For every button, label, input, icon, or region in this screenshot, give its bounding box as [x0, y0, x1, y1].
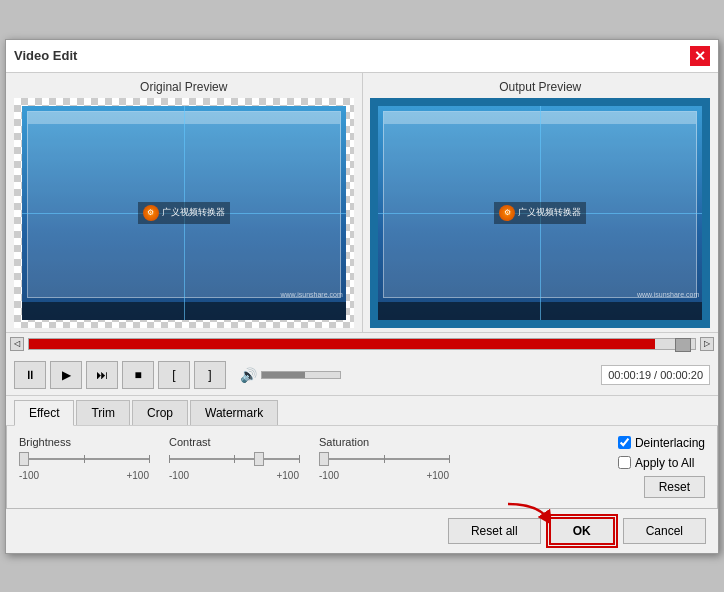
brightness-thumb[interactable]: [19, 452, 29, 466]
contrast-values: -100 +100: [169, 470, 299, 481]
mark-in-button[interactable]: [: [158, 361, 190, 389]
tabs-section: Effect Trim Crop Watermark: [6, 396, 718, 426]
original-video-inner: ⚙ 广义视频转换器 www.isunshare.com: [22, 106, 346, 320]
tab-effect[interactable]: Effect: [14, 400, 74, 426]
window-title: Video Edit: [14, 48, 77, 63]
contrast-tick-right: [299, 455, 300, 463]
contrast-slider[interactable]: [169, 451, 299, 467]
right-controls: Deinterlacing Apply to All Reset: [618, 436, 705, 498]
mark-out-icon: ]: [208, 368, 211, 382]
original-logo-icon: ⚙: [143, 205, 159, 221]
brightness-values: -100 +100: [19, 470, 149, 481]
apply-to-all-label: Apply to All: [635, 456, 694, 470]
brightness-tick-center: [84, 455, 85, 463]
saturation-slider[interactable]: [319, 451, 449, 467]
brightness-max: +100: [126, 470, 149, 481]
apply-to-all-checkbox[interactable]: [618, 456, 631, 469]
volume-section: 🔊: [240, 367, 341, 383]
contrast-tick-center: [234, 455, 235, 463]
contrast-min: -100: [169, 470, 189, 481]
original-watermark: www.isunshare.com: [281, 291, 343, 298]
title-bar: Video Edit ✕: [6, 40, 718, 73]
output-logo-icon: ⚙: [499, 205, 515, 221]
ok-button-container: OK: [549, 517, 615, 545]
controls-section: ⏸ ▶ ⏭ ■ [ ] 🔊 00:00:19 / 00:00:20: [6, 355, 718, 396]
contrast-tick-left: [169, 455, 170, 463]
original-video-frame: ⚙ 广义视频转换器 www.isunshare.com: [14, 98, 354, 328]
original-preview-label: Original Preview: [140, 77, 227, 98]
output-overlay-text: 广义视频转换器: [518, 206, 581, 219]
contrast-max: +100: [276, 470, 299, 481]
play-button[interactable]: ▶: [50, 361, 82, 389]
original-taskbar: [22, 302, 346, 320]
saturation-tick-right: [449, 455, 450, 463]
saturation-group: Saturation -100 +100: [319, 436, 449, 481]
step-icon: ⏭: [96, 368, 108, 382]
output-preview-pane: Output Preview ⚙ 广义视频转换器 www.isunshare.c: [363, 73, 719, 332]
scrubber-row: ◁ ▷: [6, 333, 718, 355]
brightness-tick-right: [149, 455, 150, 463]
deinterlacing-label: Deinterlacing: [635, 436, 705, 450]
output-video-frame: ⚙ 广义视频转换器 www.isunshare.com: [370, 98, 710, 328]
tab-crop[interactable]: Crop: [132, 400, 188, 425]
sliders-row: Brightness -100 +100 Contrast: [19, 436, 705, 498]
original-overlay-logo: ⚙ 广义视频转换器: [138, 202, 230, 224]
time-display: 00:00:19 / 00:00:20: [601, 365, 710, 385]
preview-section: Original Preview ⚙ 广义视频转换器 www.isunshare: [6, 73, 718, 333]
original-desktop-bg: ⚙ 广义视频转换器 www.isunshare.com: [22, 106, 346, 320]
reset-button[interactable]: Reset: [644, 476, 705, 498]
pause-button[interactable]: ⏸: [14, 361, 46, 389]
play-icon: ▶: [62, 368, 71, 382]
contrast-group: Contrast -100 +100: [169, 436, 299, 481]
effect-panel: Brightness -100 +100 Contrast: [6, 426, 718, 509]
original-overlay-text: 广义视频转换器: [162, 206, 225, 219]
scrubber-handle[interactable]: [675, 338, 691, 352]
original-window-titlebar: [28, 112, 340, 124]
deinterlacing-checkbox[interactable]: [618, 436, 631, 449]
original-preview-pane: Original Preview ⚙ 广义视频转换器 www.isunshare: [6, 73, 363, 332]
brightness-group: Brightness -100 +100: [19, 436, 149, 481]
scrubber-start-btn[interactable]: ◁: [10, 337, 24, 351]
output-desktop-bg: ⚙ 广义视频转换器 www.isunshare.com: [378, 106, 702, 320]
mark-out-button[interactable]: ]: [194, 361, 226, 389]
saturation-tick-center: [384, 455, 385, 463]
main-window: Video Edit ✕ Original Preview ⚙ 广义视频转换器: [5, 39, 719, 554]
output-watermark: www.isunshare.com: [637, 291, 699, 298]
output-taskbar: [378, 302, 702, 320]
step-forward-button[interactable]: ⏭: [86, 361, 118, 389]
output-window-titlebar: [384, 112, 696, 124]
saturation-values: -100 +100: [319, 470, 449, 481]
tab-watermark[interactable]: Watermark: [190, 400, 278, 425]
contrast-label: Contrast: [169, 436, 299, 448]
deinterlacing-row: Deinterlacing: [618, 436, 705, 450]
apply-all-row: Apply to All: [618, 456, 705, 470]
volume-slider[interactable]: [261, 371, 341, 379]
volume-fill: [262, 372, 305, 378]
output-video-inner: ⚙ 广义视频转换器 www.isunshare.com: [378, 106, 702, 320]
tab-trim[interactable]: Trim: [76, 400, 130, 425]
pause-icon: ⏸: [24, 368, 36, 382]
bottom-bar: Reset all OK Cancel: [6, 509, 718, 553]
saturation-min: -100: [319, 470, 339, 481]
brightness-slider[interactable]: [19, 451, 149, 467]
stop-button[interactable]: ■: [122, 361, 154, 389]
saturation-label: Saturation: [319, 436, 449, 448]
cancel-button[interactable]: Cancel: [623, 518, 706, 544]
saturation-max: +100: [426, 470, 449, 481]
stop-icon: ■: [134, 368, 141, 382]
saturation-thumb[interactable]: [319, 452, 329, 466]
contrast-thumb[interactable]: [254, 452, 264, 466]
ok-button[interactable]: OK: [549, 517, 615, 545]
scrubber-track[interactable]: [28, 338, 696, 350]
output-preview-label: Output Preview: [499, 77, 581, 98]
scrubber-progress: [29, 339, 655, 349]
close-button[interactable]: ✕: [690, 46, 710, 66]
volume-icon: 🔊: [240, 367, 257, 383]
brightness-min: -100: [19, 470, 39, 481]
brightness-label: Brightness: [19, 436, 149, 448]
output-overlay-logo: ⚙ 广义视频转换器: [494, 202, 586, 224]
scrubber-end-btn[interactable]: ▷: [700, 337, 714, 351]
mark-in-icon: [: [172, 368, 175, 382]
